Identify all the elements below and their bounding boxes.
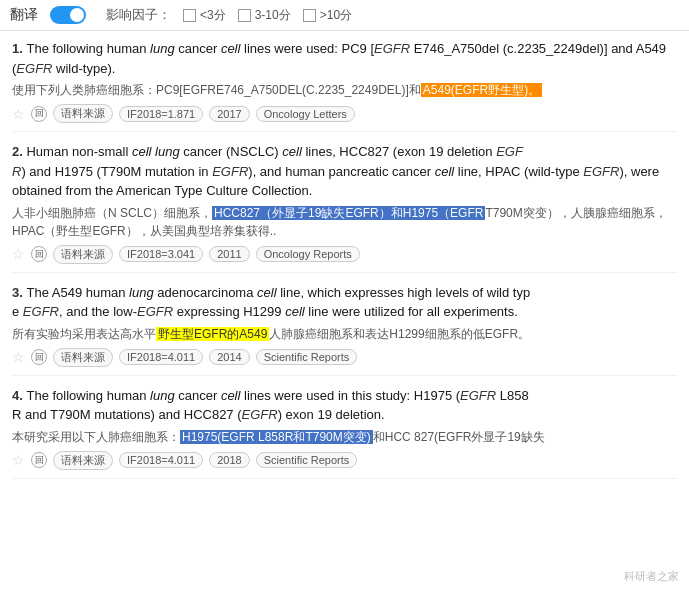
result-item-2: 2. Human non-small cell lung cancer (NSC… <box>12 142 677 273</box>
badge-if-1: IF2018=1.871 <box>119 106 203 122</box>
meta-row-1: ☆ 回 语料来源 IF2018=1.871 2017 Oncology Lett… <box>12 104 677 123</box>
checkbox-2[interactable] <box>238 9 251 22</box>
egfr-italic-4b: EGFR <box>242 407 278 422</box>
result-english-1: 1. The following human lung cancer cell … <box>12 39 677 78</box>
result-english-2: 2. Human non-small cell lung cancer (NSC… <box>12 142 677 201</box>
lung-italic-3: lung <box>129 285 154 300</box>
result-number-2: 2. <box>12 144 26 159</box>
star-icon-3[interactable]: ☆ <box>12 349 25 365</box>
badge-journal-3: Scientific Reports <box>256 349 358 365</box>
lung-italic-4: lung <box>150 388 175 403</box>
influence-label: 影响因子： <box>106 6 171 24</box>
highlight-egfr-3: 野生型EGFR的A549 <box>156 327 269 341</box>
badge-source-3: 语料来源 <box>53 348 113 367</box>
badge-year-2: 2011 <box>209 246 249 262</box>
watermark: 科研者之家 <box>624 569 679 584</box>
circle-icon-1[interactable]: 回 <box>31 106 47 122</box>
egfr-italic-2c: EGFR <box>583 164 619 179</box>
main-content: 1. The following human lung cancer cell … <box>0 31 689 497</box>
star-icon-4[interactable]: ☆ <box>12 452 25 468</box>
result-item-4: 4. The following human lung cancer cell … <box>12 386 677 479</box>
filter-label-2: 3-10分 <box>255 7 291 24</box>
cell-italic-2c: cell <box>435 164 455 179</box>
filter-item-3[interactable]: >10分 <box>303 7 352 24</box>
result-english-4: 4. The following human lung cancer cell … <box>12 386 677 425</box>
egfr-italic-3b: EGFR <box>137 304 173 319</box>
filter-item-2[interactable]: 3-10分 <box>238 7 291 24</box>
result-chinese-4: 本研究采用以下人肺癌细胞系：H1975(EGFR L858R和T790M突变)和… <box>12 428 677 446</box>
highlight-hcc827-2: HCC827（外显子19缺失EGFR）和H1975（EGFR <box>212 206 485 220</box>
cell-italic-1: cell <box>221 41 241 56</box>
badge-if-2: IF2018=3.041 <box>119 246 203 262</box>
badge-source-4: 语料来源 <box>53 451 113 470</box>
badge-year-3: 2014 <box>209 349 249 365</box>
result-item: 1. The following human lung cancer cell … <box>12 39 677 132</box>
translate-label: 翻译 <box>10 6 38 24</box>
badge-journal-2: Oncology Reports <box>256 246 360 262</box>
cell-italic-3b: cell <box>285 304 305 319</box>
result-chinese-2: 人非小细胞肺癌（N SCLC）细胞系，HCC827（外显子19缺失EGFR）和H… <box>12 204 677 240</box>
badge-year-4: 2018 <box>209 452 249 468</box>
badge-source-1: 语料来源 <box>53 104 113 123</box>
lung-italic-1: lung <box>150 41 175 56</box>
badge-source-2: 语料来源 <box>53 245 113 264</box>
egfr-italic-1b: EGFR <box>16 61 52 76</box>
result-number-3: 3. <box>12 285 26 300</box>
egfr-italic-3a: EGFR <box>23 304 59 319</box>
badge-year-1: 2017 <box>209 106 249 122</box>
filter-item-1[interactable]: <3分 <box>183 7 226 24</box>
checkbox-1[interactable] <box>183 9 196 22</box>
badge-if-4: IF2018=4.011 <box>119 452 203 468</box>
result-chinese-1: 使用下列人类肺癌细胞系：PC9[EGFRE746_A750DEL(C.2235_… <box>12 81 677 99</box>
translate-toggle[interactable] <box>50 6 86 24</box>
egfr-italic-4a: EGFR <box>460 388 496 403</box>
meta-row-2: ☆ 回 语料来源 IF2018=3.041 2011 Oncology Repo… <box>12 245 677 264</box>
cell-italic-2: cell <box>132 144 152 159</box>
checkbox-3[interactable] <box>303 9 316 22</box>
star-icon-1[interactable]: ☆ <box>12 106 25 122</box>
circle-icon-3[interactable]: 回 <box>31 349 47 365</box>
highlight-a549-1: A549(EGFR野生型)。 <box>421 83 542 97</box>
meta-row-3: ☆ 回 语料来源 IF2018=4.011 2014 Scientific Re… <box>12 348 677 367</box>
egfr-italic-1a: EGFR <box>374 41 410 56</box>
cell-italic-2b: cell <box>282 144 302 159</box>
meta-row-4: ☆ 回 语料来源 IF2018=4.011 2018 Scientific Re… <box>12 451 677 470</box>
result-chinese-3: 所有实验均采用表达高水平野生型EGFR的A549人肺腺癌细胞系和表达H1299细… <box>12 325 677 343</box>
star-icon-2[interactable]: ☆ <box>12 246 25 262</box>
badge-journal-4: Scientific Reports <box>256 452 358 468</box>
badge-journal-1: Oncology Letters <box>256 106 355 122</box>
cell-italic-4: cell <box>221 388 241 403</box>
result-english-3: 3. The A549 human lung adenocarcinoma ce… <box>12 283 677 322</box>
filter-label-3: >10分 <box>320 7 352 24</box>
circle-icon-2[interactable]: 回 <box>31 246 47 262</box>
egfr-italic-2b: EGFR <box>212 164 248 179</box>
top-bar: 翻译 影响因子： <3分 3-10分 >10分 <box>0 0 689 31</box>
result-number-1: 1. <box>12 41 26 56</box>
badge-if-3: IF2018=4.011 <box>119 349 203 365</box>
result-item-3: 3. The A549 human lung adenocarcinoma ce… <box>12 283 677 376</box>
highlight-h1975-4: H1975(EGFR L858R和T790M突变) <box>180 430 373 444</box>
lung-italic-2: lung <box>155 144 180 159</box>
filter-label-1: <3分 <box>200 7 226 24</box>
result-number-4: 4. <box>12 388 26 403</box>
circle-icon-4[interactable]: 回 <box>31 452 47 468</box>
cell-italic-3: cell <box>257 285 277 300</box>
